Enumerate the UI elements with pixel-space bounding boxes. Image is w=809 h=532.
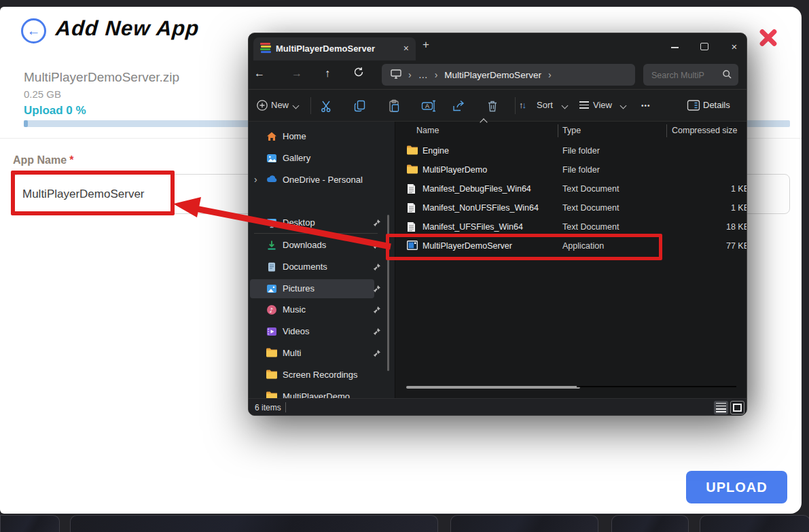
items-count: 6 items [255, 403, 281, 412]
sidebar-item-downloads[interactable]: Downloads [249, 236, 395, 255]
text-document-icon [407, 202, 418, 213]
breadcrumb-location[interactable]: MultiPlayerDemoServer [444, 70, 541, 80]
rename-icon[interactable]: A [421, 99, 436, 113]
new-button[interactable]: New [271, 100, 289, 110]
documents-icon [266, 262, 277, 272]
details-pane-icon[interactable] [687, 99, 702, 113]
sidebar-item-pictures[interactable]: Pictures [249, 279, 395, 298]
music-icon: ♪ [266, 304, 277, 315]
file-row[interactable]: Manifest_NonUFSFiles_Win64 Text Document… [395, 198, 747, 217]
cut-icon[interactable] [319, 99, 334, 113]
sidebar-item-label: Gallery [283, 153, 310, 163]
annotation-box-file-row [386, 234, 662, 260]
explorer-tab-bar: MultiPlayerDemoServer × + × [249, 33, 747, 60]
file-row[interactable]: Manifest_DebugFiles_Win64 Text Document … [395, 179, 747, 198]
sort-button[interactable]: Sort [537, 100, 553, 110]
breadcrumb-chevron-icon: › [435, 69, 438, 80]
file-row[interactable]: Engine File folder [395, 141, 747, 160]
background-card [0, 515, 60, 532]
page-title: Add New App [55, 16, 200, 41]
column-header-type[interactable]: Type [562, 126, 581, 135]
new-tab-button[interactable]: + [423, 38, 429, 52]
sidebar-item-gallery[interactable]: Gallery [249, 149, 395, 168]
app-name-label-text: App Name [13, 154, 67, 166]
column-header-size[interactable]: Compressed size [672, 126, 738, 135]
chevron-down-icon [620, 103, 627, 109]
pin-icon [373, 327, 381, 336]
column-header-name[interactable]: Name [416, 126, 439, 135]
sidebar-item-music[interactable]: ♪ Music [249, 300, 395, 319]
pictures-icon [266, 283, 277, 294]
breadcrumb-ellipsis[interactable]: … [418, 69, 428, 80]
sidebar-item-onedrive[interactable]: › OneDrive - Personal [249, 171, 395, 190]
search-icon [722, 69, 732, 82]
expand-chevron-icon[interactable]: › [254, 174, 257, 185]
delete-icon[interactable] [486, 99, 501, 113]
upload-progress-text: Upload 0 % [24, 104, 86, 118]
details-button[interactable]: Details [703, 100, 730, 110]
chevron-down-icon [293, 103, 300, 109]
status-divider [285, 402, 286, 412]
pin-icon [373, 285, 381, 293]
file-name: Manifest_NonUFSFiles_Win64 [423, 203, 539, 213]
nav-back-icon[interactable]: ← [251, 67, 268, 79]
background-card [700, 515, 809, 532]
nav-forward-icon[interactable]: → [289, 67, 305, 79]
home-icon [266, 131, 277, 142]
sidebar-item-videos[interactable]: Videos [249, 322, 395, 341]
back-arrow-icon: ← [27, 23, 41, 38]
pin-icon [373, 219, 381, 227]
videos-icon [266, 326, 277, 337]
gallery-icon [266, 153, 277, 164]
sidebar-item-desktop[interactable]: Desktop [249, 213, 395, 232]
toolbar-divider [515, 97, 516, 114]
dialog-close-icon[interactable] [757, 26, 780, 49]
page: ← Add New App MultiPlayerDemoServer.zip … [0, 0, 809, 532]
breadcrumb[interactable]: › … › MultiPlayerDemoServer › [382, 64, 635, 86]
sidebar-item-multi[interactable]: Multi [249, 344, 395, 363]
more-options-button[interactable]: ••• [641, 102, 651, 109]
background-card [70, 515, 438, 532]
file-size: 1 KB [688, 184, 747, 194]
column-divider[interactable] [558, 124, 558, 137]
sidebar-item-home[interactable]: Home [249, 127, 395, 146]
upload-button[interactable]: UPLOAD [686, 471, 787, 503]
thumbnail-view-toggle-icon[interactable] [730, 401, 744, 414]
sidebar-item-documents[interactable]: Documents [249, 258, 395, 277]
this-pc-icon [391, 69, 401, 81]
horizontal-scrollbar[interactable] [406, 386, 580, 389]
sidebar-item-screen-recordings[interactable]: Screen Recordings [249, 366, 395, 385]
nav-up-icon[interactable]: ↑ [319, 67, 336, 79]
search-box[interactable] [643, 64, 738, 86]
file-size: 1 KB [688, 203, 747, 213]
tab-close-icon[interactable]: × [403, 43, 409, 54]
details-view-toggle-icon[interactable] [714, 401, 728, 414]
explorer-toolbar: New A ↑↓ Sort [249, 89, 747, 122]
sidebar-item-label: Home [283, 131, 306, 141]
search-input[interactable] [643, 64, 729, 87]
share-icon[interactable] [452, 99, 467, 113]
folder-icon [407, 164, 418, 175]
file-row[interactable]: MultiPlayerDemo File folder [395, 160, 747, 179]
file-name: Manifest_UFSFiles_Win64 [423, 222, 523, 232]
minimize-button[interactable] [664, 33, 685, 60]
sidebar-item-label: Multi [283, 348, 301, 358]
new-icon[interactable] [256, 99, 271, 113]
maximize-button[interactable] [694, 33, 715, 60]
folder-icon [266, 370, 277, 380]
back-button[interactable]: ← [21, 18, 46, 43]
required-marker: * [69, 154, 73, 166]
chevron-down-icon [562, 103, 569, 109]
copy-icon[interactable] [353, 99, 368, 113]
view-button[interactable]: View [593, 100, 612, 110]
archive-icon [260, 43, 272, 54]
explorer-tab[interactable]: MultiPlayerDemoServer × [253, 37, 416, 60]
paste-icon[interactable] [387, 99, 402, 113]
refresh-icon[interactable] [350, 67, 367, 80]
column-divider[interactable] [666, 124, 667, 137]
file-type: Text Document [562, 203, 619, 213]
breadcrumb-chevron-icon: › [548, 69, 552, 80]
folder-icon [407, 145, 418, 156]
window-close-button[interactable]: × [724, 33, 744, 60]
upload-file-size: 0.25 GB [24, 88, 61, 100]
